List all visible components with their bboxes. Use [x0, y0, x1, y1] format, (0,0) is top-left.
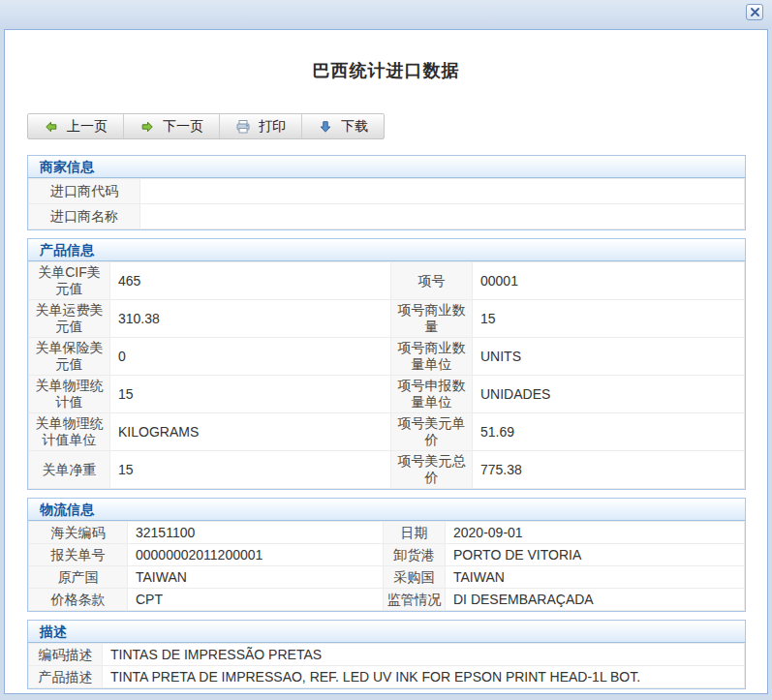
field-value: CPT	[128, 589, 384, 611]
field-label: 项号	[391, 262, 473, 300]
section-merchant-title: 商家信息	[28, 156, 745, 178]
table-row: 关单保险美元值 0 项号商业数量单位 UNITS	[29, 338, 745, 376]
arrow-left-icon	[44, 119, 59, 135]
prev-page-button[interactable]: 上一页	[28, 114, 124, 138]
field-value: 2020-09-01	[446, 522, 745, 544]
field-value: DI DESEMBARAÇADA	[446, 589, 745, 611]
prev-page-label: 上一页	[67, 118, 108, 136]
field-value: TINTA PRETA DE IMPRESSAO, REF. LED UV IN…	[103, 666, 745, 688]
window-titlebar	[0, 0, 772, 29]
section-logistics-title: 物流信息	[28, 499, 745, 521]
table-row: 进口商名称	[29, 204, 745, 229]
field-value: 465	[110, 262, 391, 300]
arrow-down-icon	[318, 119, 333, 135]
section-description: 描述 编码描述 TINTAS DE IMPRESSÃO PRETAS 产品描述 …	[27, 620, 746, 689]
description-table: 编码描述 TINTAS DE IMPRESSÃO PRETAS 产品描述 TIN…	[28, 643, 745, 688]
field-label: 进口商名称	[29, 204, 140, 229]
field-value: 15	[110, 376, 391, 413]
field-value: 15	[473, 300, 745, 338]
table-row: 报关单号 00000002011200001 卸货港 PORTO DE VITO…	[29, 544, 745, 566]
field-label: 卸货港	[384, 544, 446, 566]
field-label: 进口商代码	[29, 179, 140, 204]
table-row: 关单CIF美元值 465 项号 00001	[29, 262, 745, 300]
print-button[interactable]: 打印	[220, 114, 302, 138]
field-label: 关单CIF美元值	[29, 262, 110, 300]
field-label: 日期	[384, 522, 446, 544]
field-value: TINTAS DE IMPRESSÃO PRETAS	[103, 644, 745, 666]
field-label: 监管情况	[384, 589, 446, 611]
field-label: 项号商业数量单位	[391, 338, 473, 376]
field-label: 项号商业数量	[391, 300, 473, 338]
download-button[interactable]: 下载	[302, 114, 384, 138]
field-label: 海关编码	[29, 522, 128, 544]
logistics-table: 海关编码 32151100 日期 2020-09-01 报关单号 0000000…	[28, 521, 745, 611]
merchant-table: 进口商代码 进口商名称	[28, 178, 745, 229]
section-logistics: 物流信息 海关编码 32151100 日期 2020-09-01 报关单号 00…	[27, 498, 746, 612]
field-label: 报关单号	[29, 544, 128, 566]
field-value: 15	[110, 451, 391, 489]
field-label: 关单物理统计值	[29, 376, 110, 413]
field-value: UNIDADES	[473, 376, 745, 413]
table-row: 产品描述 TINTA PRETA DE IMPRESSAO, REF. LED …	[29, 666, 745, 688]
printer-icon	[235, 119, 251, 135]
field-value: 00000002011200001	[128, 544, 384, 566]
field-value	[140, 204, 745, 229]
field-value: TAIWAN	[446, 566, 745, 589]
field-label: 关单运费美元值	[29, 300, 110, 338]
section-description-title: 描述	[28, 621, 745, 643]
section-product-title: 产品信息	[28, 239, 745, 261]
field-value: 0	[110, 338, 391, 376]
table-row: 关单物理统计值单位 KILOGRAMS 项号美元单价 51.69	[29, 413, 745, 451]
field-label: 项号美元单价	[391, 413, 473, 451]
field-value: 775.38	[473, 451, 745, 489]
page-title: 巴西统计进口数据	[5, 59, 767, 82]
section-merchant: 商家信息 进口商代码 进口商名称	[27, 155, 746, 230]
field-value: 310.38	[110, 300, 391, 338]
field-value	[140, 179, 745, 204]
section-product: 产品信息 关单CIF美元值 465 项号 00001 关单运费美元值 310.3…	[27, 238, 746, 490]
print-label: 打印	[259, 118, 286, 136]
table-row: 海关编码 32151100 日期 2020-09-01	[29, 522, 745, 544]
download-label: 下载	[341, 118, 368, 136]
field-label: 关单净重	[29, 451, 110, 489]
arrow-right-icon	[139, 119, 155, 135]
field-label: 项号申报数量单位	[391, 376, 473, 413]
field-label: 项号美元总价	[391, 451, 473, 489]
next-page-label: 下一页	[163, 118, 203, 136]
close-icon	[751, 8, 759, 16]
dialog-panel: 巴西统计进口数据 上一页 下一页 打印	[4, 29, 768, 694]
field-value: KILOGRAMS	[110, 413, 391, 451]
field-label: 关单保险美元值	[29, 338, 110, 376]
field-label: 编码描述	[29, 644, 103, 666]
table-row: 原产国 TAIWAN 采购国 TAIWAN	[29, 566, 745, 589]
table-row: 进口商代码	[29, 179, 745, 204]
table-row: 价格条款 CPT 监管情况 DI DESEMBARAÇADA	[29, 589, 745, 611]
field-value: PORTO DE VITORIA	[446, 544, 745, 566]
table-row: 关单净重 15 项号美元总价 775.38	[29, 451, 745, 489]
field-label: 价格条款	[29, 589, 128, 611]
product-table: 关单CIF美元值 465 项号 00001 关单运费美元值 310.38 项号商…	[28, 261, 745, 489]
field-label: 产品描述	[29, 666, 103, 688]
table-row: 编码描述 TINTAS DE IMPRESSÃO PRETAS	[29, 644, 745, 666]
field-value: 00001	[473, 262, 745, 300]
toolbar: 上一页 下一页 打印 下载	[27, 113, 385, 139]
field-label: 采购国	[384, 566, 446, 589]
field-label: 原产国	[29, 566, 128, 589]
field-value: TAIWAN	[128, 566, 384, 589]
table-row: 关单运费美元值 310.38 项号商业数量 15	[29, 300, 745, 338]
field-value: 32151100	[128, 522, 384, 544]
close-button[interactable]	[746, 4, 763, 20]
field-value: 51.69	[473, 413, 745, 451]
field-label: 关单物理统计值单位	[29, 413, 110, 451]
field-value: UNITS	[473, 338, 745, 376]
next-page-button[interactable]: 下一页	[124, 114, 220, 138]
table-row: 关单物理统计值 15 项号申报数量单位 UNIDADES	[29, 376, 745, 413]
